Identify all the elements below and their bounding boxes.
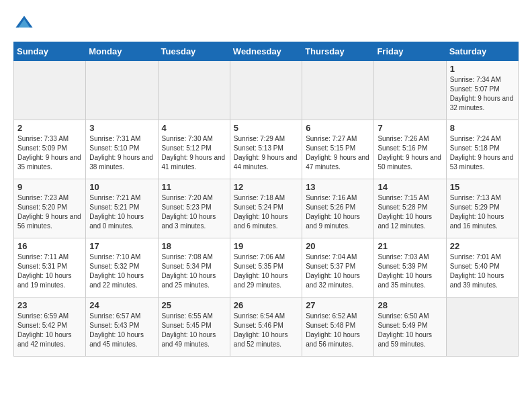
day-number: 27 [306, 300, 370, 310]
day-cell: 9Sunrise: 7:23 AM Sunset: 5:20 PM Daylig… [14, 179, 86, 238]
day-cell [14, 61, 86, 120]
day-info: Sunrise: 7:30 AM Sunset: 5:12 PM Dayligh… [162, 134, 226, 172]
logo-icon [15, 13, 34, 32]
day-info: Sunrise: 7:33 AM Sunset: 5:09 PM Dayligh… [17, 134, 82, 172]
weekday-header-friday: Friday [374, 42, 446, 61]
day-number: 26 [234, 300, 298, 310]
day-cell: 2Sunrise: 7:33 AM Sunset: 5:09 PM Daylig… [14, 120, 86, 179]
day-info: Sunrise: 7:24 AM Sunset: 5:18 PM Dayligh… [450, 134, 515, 172]
day-number: 23 [17, 300, 82, 310]
day-info: Sunrise: 7:15 AM Sunset: 5:28 PM Dayligh… [378, 193, 442, 231]
day-cell: 11Sunrise: 7:20 AM Sunset: 5:23 PM Dayli… [158, 179, 230, 238]
day-number: 6 [306, 123, 370, 133]
day-info: Sunrise: 6:54 AM Sunset: 5:46 PM Dayligh… [234, 312, 298, 349]
day-cell: 24Sunrise: 6:57 AM Sunset: 5:43 PM Dayli… [86, 298, 158, 357]
day-cell: 17Sunrise: 7:10 AM Sunset: 5:32 PM Dayli… [86, 238, 158, 298]
day-info: Sunrise: 7:08 AM Sunset: 5:34 PM Dayligh… [162, 253, 226, 290]
weekday-header-sunday: Sunday [14, 42, 86, 61]
day-cell: 23Sunrise: 6:59 AM Sunset: 5:42 PM Dayli… [14, 298, 86, 357]
day-cell: 12Sunrise: 7:18 AM Sunset: 5:24 PM Dayli… [230, 179, 302, 238]
day-number: 18 [162, 241, 226, 251]
day-number: 10 [89, 182, 154, 192]
day-cell [86, 61, 158, 120]
day-number: 5 [234, 123, 298, 133]
day-number: 21 [378, 241, 442, 251]
day-number: 28 [378, 300, 442, 310]
day-number: 8 [450, 123, 515, 133]
day-cell: 27Sunrise: 6:52 AM Sunset: 5:48 PM Dayli… [302, 298, 374, 357]
weekday-header-monday: Monday [86, 42, 158, 61]
day-info: Sunrise: 7:10 AM Sunset: 5:32 PM Dayligh… [89, 253, 154, 290]
day-info: Sunrise: 6:57 AM Sunset: 5:43 PM Dayligh… [89, 312, 154, 349]
day-number: 25 [162, 300, 226, 310]
day-info: Sunrise: 7:27 AM Sunset: 5:15 PM Dayligh… [306, 134, 370, 172]
weekday-header-tuesday: Tuesday [158, 42, 230, 61]
header [13, 13, 519, 35]
day-number: 20 [306, 241, 370, 251]
day-number: 15 [450, 182, 515, 192]
logo [13, 13, 34, 35]
day-cell: 5Sunrise: 7:29 AM Sunset: 5:13 PM Daylig… [230, 120, 302, 179]
day-info: Sunrise: 7:04 AM Sunset: 5:37 PM Dayligh… [306, 253, 370, 290]
day-info: Sunrise: 7:06 AM Sunset: 5:35 PM Dayligh… [234, 253, 298, 290]
day-info: Sunrise: 6:52 AM Sunset: 5:48 PM Dayligh… [306, 312, 370, 349]
day-cell: 4Sunrise: 7:30 AM Sunset: 5:12 PM Daylig… [158, 120, 230, 179]
day-cell: 10Sunrise: 7:21 AM Sunset: 5:21 PM Dayli… [86, 179, 158, 238]
week-row-4: 16Sunrise: 7:11 AM Sunset: 5:31 PM Dayli… [14, 238, 519, 298]
day-cell [230, 61, 302, 120]
day-cell: 22Sunrise: 7:01 AM Sunset: 5:40 PM Dayli… [446, 238, 518, 298]
day-number: 7 [378, 123, 442, 133]
day-cell: 28Sunrise: 6:50 AM Sunset: 5:49 PM Dayli… [374, 298, 446, 357]
day-cell: 14Sunrise: 7:15 AM Sunset: 5:28 PM Dayli… [374, 179, 446, 238]
day-number: 12 [234, 182, 298, 192]
day-cell: 18Sunrise: 7:08 AM Sunset: 5:34 PM Dayli… [158, 238, 230, 298]
day-info: Sunrise: 7:11 AM Sunset: 5:31 PM Dayligh… [17, 253, 82, 290]
day-info: Sunrise: 7:29 AM Sunset: 5:13 PM Dayligh… [234, 134, 298, 172]
day-number: 13 [306, 182, 370, 192]
day-info: Sunrise: 7:16 AM Sunset: 5:26 PM Dayligh… [306, 193, 370, 231]
weekday-header-saturday: Saturday [446, 42, 518, 61]
day-cell: 7Sunrise: 7:26 AM Sunset: 5:16 PM Daylig… [374, 120, 446, 179]
weekday-header-thursday: Thursday [302, 42, 374, 61]
weekday-header-row: SundayMondayTuesdayWednesdayThursdayFrid… [14, 42, 519, 61]
day-number: 1 [450, 64, 515, 74]
calendar-table: SundayMondayTuesdayWednesdayThursdayFrid… [13, 42, 519, 357]
day-cell [446, 298, 518, 357]
week-row-3: 9Sunrise: 7:23 AM Sunset: 5:20 PM Daylig… [14, 179, 519, 238]
day-cell: 26Sunrise: 6:54 AM Sunset: 5:46 PM Dayli… [230, 298, 302, 357]
day-cell [302, 61, 374, 120]
day-info: Sunrise: 6:59 AM Sunset: 5:42 PM Dayligh… [17, 312, 82, 349]
day-number: 17 [89, 241, 154, 251]
day-info: Sunrise: 7:21 AM Sunset: 5:21 PM Dayligh… [89, 193, 154, 231]
week-row-1: 1Sunrise: 7:34 AM Sunset: 5:07 PM Daylig… [14, 61, 519, 120]
day-cell [158, 61, 230, 120]
day-number: 11 [162, 182, 226, 192]
day-info: Sunrise: 7:18 AM Sunset: 5:24 PM Dayligh… [234, 193, 298, 231]
day-info: Sunrise: 7:23 AM Sunset: 5:20 PM Dayligh… [17, 193, 82, 231]
day-cell: 8Sunrise: 7:24 AM Sunset: 5:18 PM Daylig… [446, 120, 518, 179]
day-cell [374, 61, 446, 120]
day-info: Sunrise: 7:03 AM Sunset: 5:39 PM Dayligh… [378, 253, 442, 290]
day-cell: 6Sunrise: 7:27 AM Sunset: 5:15 PM Daylig… [302, 120, 374, 179]
day-cell: 1Sunrise: 7:34 AM Sunset: 5:07 PM Daylig… [446, 61, 518, 120]
day-cell: 15Sunrise: 7:13 AM Sunset: 5:29 PM Dayli… [446, 179, 518, 238]
day-info: Sunrise: 7:31 AM Sunset: 5:10 PM Dayligh… [89, 134, 154, 172]
day-info: Sunrise: 7:20 AM Sunset: 5:23 PM Dayligh… [162, 193, 226, 231]
day-number: 19 [234, 241, 298, 251]
day-cell: 13Sunrise: 7:16 AM Sunset: 5:26 PM Dayli… [302, 179, 374, 238]
day-cell: 16Sunrise: 7:11 AM Sunset: 5:31 PM Dayli… [14, 238, 86, 298]
day-info: Sunrise: 7:26 AM Sunset: 5:16 PM Dayligh… [378, 134, 442, 172]
day-number: 3 [89, 123, 154, 133]
day-info: Sunrise: 6:55 AM Sunset: 5:45 PM Dayligh… [162, 312, 226, 349]
day-cell: 25Sunrise: 6:55 AM Sunset: 5:45 PM Dayli… [158, 298, 230, 357]
day-cell: 21Sunrise: 7:03 AM Sunset: 5:39 PM Dayli… [374, 238, 446, 298]
day-cell: 19Sunrise: 7:06 AM Sunset: 5:35 PM Dayli… [230, 238, 302, 298]
day-number: 22 [450, 241, 515, 251]
day-info: Sunrise: 6:50 AM Sunset: 5:49 PM Dayligh… [378, 312, 442, 349]
day-number: 4 [162, 123, 226, 133]
day-info: Sunrise: 7:13 AM Sunset: 5:29 PM Dayligh… [450, 193, 515, 231]
day-number: 24 [89, 300, 154, 310]
day-number: 9 [17, 182, 82, 192]
day-number: 2 [17, 123, 82, 133]
day-cell: 3Sunrise: 7:31 AM Sunset: 5:10 PM Daylig… [86, 120, 158, 179]
